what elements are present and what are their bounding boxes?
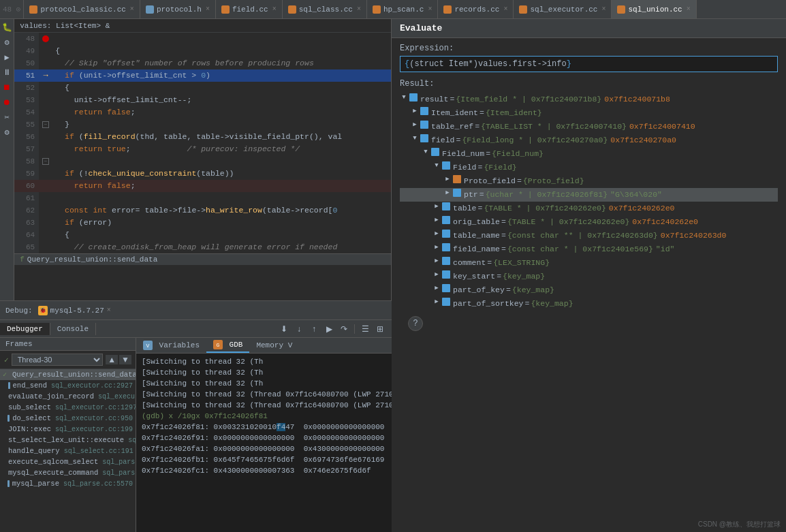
frame-item-7[interactable]: handle_query sql_select.cc:191 [0,445,136,456]
result-node-orig-table[interactable]: ▶ orig_table = {TABLE * | 0x7f1c240262e0… [400,215,778,229]
result-node-result[interactable]: ▼ result = {Item_field * | 0x7f1c240071b… [400,93,778,106]
pause-icon[interactable]: ⏸ [1,67,12,78]
tab-records[interactable]: records.cc × [438,0,514,19]
expand-key-start[interactable]: ▶ [433,270,441,279]
console-line-3: [Switching to thread 32 (Thread 0x7f1c64… [142,389,386,400]
fold-58[interactable]: − [42,158,49,165]
frame-item-0[interactable]: ✓ Query_result_union::send_data sql_unio… [0,369,136,380]
field-icon-key-start [442,270,450,279]
expand-field-num[interactable]: ▼ [422,148,430,156]
expand-item-ident[interactable]: ▶ [411,107,419,115]
frame-item-4[interactable]: do_select sql_executor.cc:950 [0,413,136,424]
tab-protocol-classic[interactable]: protocol_classic.cc × [24,0,140,19]
expand-field-base[interactable]: ▼ [433,161,441,170]
result-node-field-num[interactable]: ▼ Field_num = {Field_num} [400,147,778,161]
result-node-table[interactable]: ▶ table = {TABLE * | 0x7f1c240262e0} 0x7… [400,202,778,215]
stop-icon[interactable]: ⏹ [1,82,12,93]
record-icon[interactable]: ⏺ [1,97,12,108]
frame-item-9[interactable]: mysql_execute_command sql_parse.cc:2816 [0,467,136,478]
tab-sql-executor[interactable]: sql_executor.cc × [514,0,612,19]
tab-close-field-cc[interactable]: × [272,5,277,13]
scissors-icon[interactable]: ✂ [1,112,12,123]
result-node-table-ref[interactable]: ▶ table_ref = {TABLE_LIST * | 0x7f1c2400… [400,120,778,134]
play-icon[interactable]: ▶ [1,52,12,63]
thread-down-btn[interactable]: ▼ [119,355,131,364]
var-tab-gdb[interactable]: G GDB [206,338,249,353]
run-to-cursor-btn[interactable]: ↷ [338,323,350,335]
frame-item-6[interactable]: st_select_lex_unit::execute sql_union.cc… [0,435,136,445]
result-node-part-of-sortkey[interactable]: ▶ part_of_sortkey = {key_map} [400,297,778,311]
thread-dropdown[interactable]: Thread-30 [12,354,104,366]
tab-close-protocol-classic[interactable]: × [130,5,134,13]
expand-part-of-sortkey[interactable]: ▶ [433,298,441,306]
expand-table-ref[interactable]: ▶ [411,121,419,129]
expand-comment[interactable]: ▶ [433,257,441,265]
result-node-ptr[interactable]: ▶ ptr = {uchar * | 0x7f1c24026f81} "G\36… [400,188,778,202]
thread-up-btn[interactable]: ▲ [106,355,118,364]
tab-close-hp-scan[interactable]: × [428,5,432,13]
gear-icon[interactable]: ⚙ [1,127,12,138]
frame-item-10[interactable]: mysql_parse sql_parse.cc:5570 [0,478,136,489]
result-node-proto-field[interactable]: ▶ Proto_field = {Proto_field} [400,174,778,188]
frames-btn[interactable]: ☰ [359,323,371,335]
debug-session-close[interactable]: × [107,307,111,314]
tab-protocol-h[interactable]: protocol.h × [140,0,216,19]
step-into-btn[interactable]: ↓ [293,323,305,335]
frame-item-1[interactable]: end_send sql_executor.cc:2927 [0,380,136,391]
tab-close-sql-executor[interactable]: × [601,5,606,13]
field-icon-field-base [442,161,450,170]
frame-item-8[interactable]: execute_sqlcom_select sql_parse.cc:5144 [0,456,136,467]
tab-close-sql-class[interactable]: × [357,5,361,13]
result-node-field[interactable]: ▼ field = {Field_long * | 0x7f1c240270a0… [400,134,778,147]
expand-orig-table[interactable]: ▶ [433,216,441,224]
tab-label-protocol-classic: protocol_classic.cc [40,5,125,14]
field-icon-orig-table [442,216,450,224]
evaluate-help-button[interactable]: ? [408,316,423,331]
code-line-55: 55 − } [14,119,391,131]
tab-debugger[interactable]: Debugger [0,323,50,335]
frame-file-9: sql_parse.cc:2816 [102,469,136,477]
result-node-item-ident[interactable]: ▶ Item_ident = {Item_ident} [400,106,778,120]
tab-console[interactable]: Console [50,323,96,335]
tab-close-sql-union[interactable]: × [687,5,691,13]
tab-sql-class[interactable]: sql_class.cc × [283,0,367,19]
step-over-btn[interactable]: ⬇ [278,323,290,335]
result-node-key-start[interactable]: ▶ key_start = {key_map} [400,270,778,283]
tab-icon-sql-executor [519,5,527,14]
code-line-61: 61 [14,192,391,204]
expand-proto-field[interactable]: ▶ [443,175,452,183]
tab-sql-union[interactable]: sql_union.cc × [612,0,696,19]
result-node-table-name[interactable]: ▶ table_name = {const char ** | 0x7f1c24… [400,229,778,242]
expand-table[interactable]: ▶ [433,202,441,210]
expand-ptr[interactable]: ▶ [443,189,452,197]
frame-item-5[interactable]: JOIN::exec sql_executor.cc:199 [0,424,136,435]
expression-input-area[interactable]: {(struct Item*)values.first->info} [400,56,778,72]
console-output[interactable]: [Switching to thread 32 (Th [Switching t… [136,354,392,532]
frame-item-3[interactable]: sub_select sql_executor.cc:1297 [0,402,136,413]
mem-btn[interactable]: ⊞ [374,323,386,335]
tab-close-protocol-h[interactable]: × [206,5,210,13]
frame-item-2[interactable]: evaluate_join_record sql_executor.cc:164… [0,391,136,402]
result-node-field-name[interactable]: ▶ field_name = {const char * | 0x7f1c240… [400,242,778,256]
var-tab-variables[interactable]: V Variables [136,339,206,352]
tab-close-records[interactable]: × [503,5,507,13]
step-out-btn[interactable]: ↑ [308,323,320,335]
tab-field-cc[interactable]: field.cc × [216,0,283,19]
settings-icon[interactable]: ⚙ [1,37,12,48]
expand-field[interactable]: ▼ [411,134,419,142]
expand-part-of-key[interactable]: ▶ [433,284,441,292]
expand-result[interactable]: ▼ [400,93,408,101]
bug-icon[interactable]: 🐛 [1,22,12,33]
var-tab-memory[interactable]: Memory V [249,339,299,351]
expand-table-name[interactable]: ▶ [433,230,441,238]
tab-hp-scan[interactable]: hp_scan.c × [367,0,438,19]
breakpoint-48[interactable] [42,35,49,42]
result-node-comment[interactable]: ▶ comment = {LEX_STRING} [400,256,778,270]
fold-55[interactable]: − [42,121,49,128]
expand-field-name[interactable]: ▶ [433,243,441,251]
resume-btn[interactable]: ▶ [323,323,335,335]
code-line-48: 48 bool Query_result_union::send_data(Li… [14,33,391,45]
result-node-field-base[interactable]: ▼ Field = {Field} [400,161,778,174]
result-node-part-of-key[interactable]: ▶ part_of_key = {key_map} [400,283,778,297]
console-line-1: [Switching to thread 32 (Th [142,367,386,378]
